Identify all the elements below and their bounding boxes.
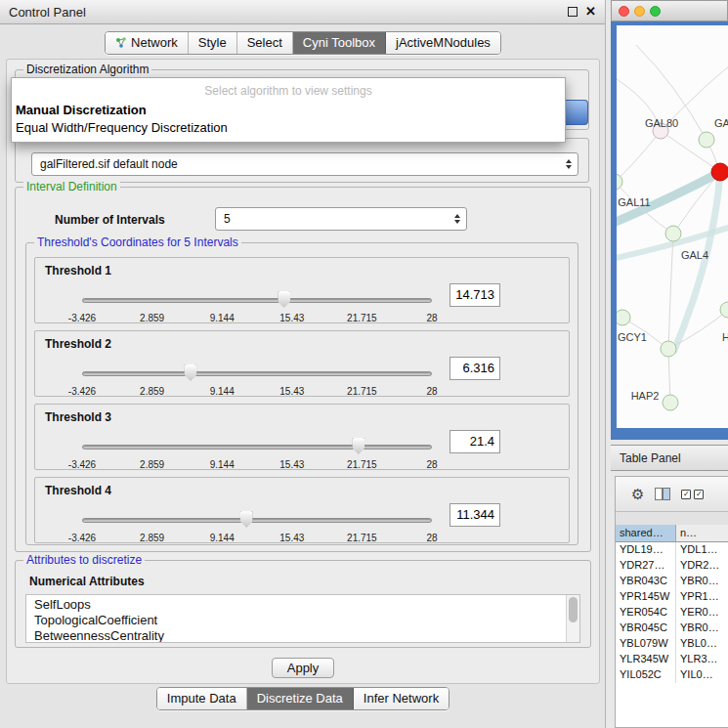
threshold-value[interactable]: 14.713 bbox=[450, 283, 500, 307]
tick-label: 9.144 bbox=[210, 386, 235, 397]
table-row[interactable]: YPR145WYPR1… bbox=[616, 589, 728, 605]
network-canvas[interactable]: GAL80 GA GAL11 GAL4 GCY1 H HAP2 bbox=[617, 25, 728, 428]
table-cell[interactable]: YBL079W bbox=[616, 636, 676, 652]
tab-jactivemnodules[interactable]: jActiveMNodules bbox=[386, 32, 500, 54]
slider-thumb[interactable] bbox=[278, 291, 290, 308]
algorithm-option[interactable]: Manual Discretization bbox=[12, 102, 565, 119]
network-node[interactable] bbox=[661, 341, 676, 357]
threshold-slider[interactable]: -3.4262.8599.14415.4321.71528 bbox=[82, 364, 432, 398]
close-icon[interactable]: ✕ bbox=[585, 7, 596, 17]
columns-icon[interactable] bbox=[655, 488, 670, 500]
table-cell[interactable]: YDL19… bbox=[616, 542, 676, 558]
threshold-box: Threshold 2 -3.4262.8599.14415.4321.7152… bbox=[34, 330, 570, 397]
table-cell[interactable]: YDL1… bbox=[676, 542, 728, 558]
slider-track[interactable] bbox=[82, 518, 432, 523]
table-cell[interactable]: YDR27… bbox=[616, 558, 676, 574]
table-cell[interactable]: YIL052C bbox=[616, 667, 676, 683]
table-row[interactable]: YBL079WYBL0… bbox=[616, 636, 728, 652]
table-cell[interactable]: YER054C bbox=[616, 605, 676, 621]
table-row[interactable]: YDR27…YDR2… bbox=[616, 558, 728, 574]
table-cell[interactable]: YPR1… bbox=[676, 589, 728, 605]
threshold-slider[interactable]: -3.4262.8599.14415.4321.71528 bbox=[82, 511, 432, 544]
attribute-item[interactable]: BetweennessCentrality bbox=[26, 628, 579, 643]
tab-label: Style bbox=[198, 35, 227, 50]
zoom-traffic-light[interactable] bbox=[650, 6, 661, 17]
apply-button[interactable]: Apply bbox=[272, 658, 334, 678]
table-row[interactable]: YLR345WYLR3… bbox=[616, 652, 728, 667]
network-node[interactable] bbox=[663, 395, 678, 410]
slider-ticks: -3.4262.8599.14415.4321.71528 bbox=[82, 459, 432, 471]
threshold-slider[interactable]: -3.4262.8599.14415.4321.71528 bbox=[82, 291, 432, 324]
gear-icon[interactable]: ⚙ bbox=[631, 487, 644, 501]
threshold-slider[interactable]: -3.4262.8599.14415.4321.71528 bbox=[82, 438, 432, 471]
attribute-item[interactable]: TopologicalCoefficient bbox=[26, 613, 579, 628]
network-node[interactable] bbox=[699, 132, 714, 148]
table-data-combobox[interactable]: galFiltered.sif default node bbox=[31, 152, 578, 176]
minimize-traffic-light[interactable] bbox=[634, 6, 645, 17]
column-header-name[interactable]: n… bbox=[676, 525, 728, 541]
table-cell[interactable]: YIL0… bbox=[676, 667, 728, 683]
table-panel-window: ⚙ ✓ ✓ shared… n… YDL19…YDL1…YDR27…YDR2…Y… bbox=[615, 476, 728, 728]
attributes-scrollbar[interactable] bbox=[566, 595, 579, 642]
table-cell[interactable]: YER0… bbox=[676, 605, 728, 621]
window-controls: ✕ bbox=[568, 7, 596, 17]
table-panel-title: Table Panel bbox=[620, 451, 681, 465]
slider-track[interactable] bbox=[82, 371, 432, 376]
checked-box-icon[interactable]: ✓ bbox=[694, 490, 704, 499]
threshold-value[interactable]: 21.4 bbox=[450, 430, 500, 453]
slider-track[interactable] bbox=[82, 445, 432, 450]
table-row[interactable]: YIL052CYIL0… bbox=[616, 667, 728, 683]
slider-thumb[interactable] bbox=[240, 511, 253, 528]
table-cell[interactable]: YBR045C bbox=[616, 621, 676, 636]
table-row[interactable]: YDL19…YDL1… bbox=[616, 542, 728, 558]
table-cell[interactable]: YLR345W bbox=[616, 652, 676, 667]
close-traffic-light[interactable] bbox=[619, 6, 629, 17]
attributes-list: SelfLoopsTopologicalCoefficientBetweenne… bbox=[26, 595, 579, 643]
threshold-value[interactable]: 6.316 bbox=[450, 357, 500, 380]
table-cell[interactable]: YDR2… bbox=[676, 558, 728, 574]
tab-infer-network[interactable]: Infer Network bbox=[354, 688, 449, 709]
tab-select[interactable]: Select bbox=[237, 32, 293, 54]
interval-definition-group: Interval Definition Number of Intervals … bbox=[15, 187, 591, 552]
table-cell[interactable]: YBL0… bbox=[676, 636, 728, 652]
tab-style[interactable]: Style bbox=[189, 32, 237, 54]
tab-discretize-data[interactable]: Discretize Data bbox=[247, 688, 354, 709]
slider-track[interactable] bbox=[82, 298, 432, 303]
attributes-listbox[interactable]: SelfLoopsTopologicalCoefficientBetweenne… bbox=[25, 594, 580, 643]
number-of-intervals-combobox[interactable]: 5 bbox=[215, 207, 467, 231]
table-cell[interactable]: YLR3… bbox=[676, 652, 728, 667]
checked-box-icon[interactable]: ✓ bbox=[681, 490, 691, 499]
scrollbar-thumb[interactable] bbox=[569, 597, 578, 622]
table-row[interactable]: YBR043CYBR0… bbox=[616, 574, 728, 589]
network-node-highlighted[interactable] bbox=[711, 163, 728, 181]
tick-label: 9.144 bbox=[210, 533, 235, 543]
algorithm-option[interactable]: Equal Width/Frequency Discretization bbox=[12, 119, 565, 137]
network-node[interactable] bbox=[617, 174, 622, 190]
slider-thumb[interactable] bbox=[184, 364, 196, 381]
tab-network[interactable]: Network bbox=[106, 32, 189, 54]
table-toolbar: ⚙ ✓ ✓ bbox=[616, 477, 728, 512]
network-node[interactable] bbox=[665, 226, 681, 241]
network-view-window: GAL80 GA GAL11 GAL4 GCY1 H HAP2 bbox=[611, 0, 728, 440]
threshold-value[interactable]: 11.344 bbox=[450, 503, 500, 527]
attribute-item[interactable]: SelfLoops bbox=[26, 595, 579, 613]
tick-label: 15.43 bbox=[279, 533, 304, 543]
tab-label: Cyni Toolbox bbox=[303, 35, 375, 50]
control-panel-title: Control Panel bbox=[9, 5, 86, 20]
tab-impute-data[interactable]: Impute Data bbox=[157, 688, 247, 709]
table-cell[interactable]: YBR0… bbox=[676, 574, 728, 589]
tab-cyni-toolbox[interactable]: Cyni Toolbox bbox=[293, 32, 386, 54]
table-cell[interactable]: YBR0… bbox=[676, 621, 728, 636]
column-header-shared-name[interactable]: shared… bbox=[616, 525, 676, 541]
network-node[interactable] bbox=[617, 310, 630, 325]
table-cell[interactable]: YPR145W bbox=[616, 589, 676, 605]
table-row[interactable]: YER054CYER0… bbox=[616, 605, 728, 621]
float-window-icon[interactable] bbox=[568, 7, 578, 17]
table-header-row: shared… n… bbox=[616, 525, 728, 542]
network-view-content: GAL80 GA GAL11 GAL4 GCY1 H HAP2 bbox=[617, 25, 728, 428]
table-row[interactable]: YBR045CYBR0… bbox=[616, 621, 728, 636]
tick-label: -3.426 bbox=[68, 459, 96, 470]
tab-label: Select bbox=[247, 35, 282, 50]
table-cell[interactable]: YBR043C bbox=[616, 574, 676, 589]
slider-thumb[interactable] bbox=[352, 438, 364, 454]
